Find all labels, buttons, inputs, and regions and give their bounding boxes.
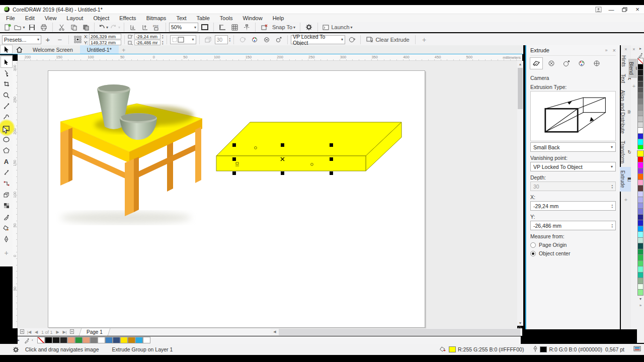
add-preset-button[interactable]: + bbox=[42, 35, 53, 45]
table-illustration[interactable] bbox=[50, 75, 216, 231]
extrude-color-tab-icon[interactable] bbox=[576, 58, 588, 69]
docker-y-input[interactable]: -26,486 mm ▴▾ bbox=[530, 221, 616, 230]
docpal-color-c8860a[interactable] bbox=[128, 337, 135, 343]
zoom-tool[interactable] bbox=[1, 89, 12, 101]
tab-welcome-screen[interactable]: Welcome Screen bbox=[26, 45, 80, 54]
launch-dropdown[interactable]: Launch▾ bbox=[321, 22, 354, 32]
extrude-color-icon[interactable] bbox=[249, 35, 260, 45]
options-gear-icon[interactable] bbox=[303, 22, 314, 32]
redo-button[interactable]: ▾ bbox=[110, 22, 121, 32]
docker-close-icon[interactable]: × bbox=[613, 47, 616, 53]
add-page-before-button[interactable] bbox=[19, 329, 25, 335]
vertical-ruler[interactable]: 30025020015010050050 bbox=[13, 61, 18, 328]
extrude-lighting-icon[interactable] bbox=[273, 35, 284, 45]
docpal-color-none[interactable] bbox=[37, 337, 45, 343]
docpal-color-ffffff[interactable] bbox=[98, 337, 105, 343]
next-page-button[interactable]: ▶ bbox=[55, 330, 61, 334]
freehand-tool[interactable] bbox=[1, 101, 12, 112]
vp-x-input[interactable]: -29,24 mm bbox=[134, 34, 160, 39]
object-position-grid-icon[interactable] bbox=[72, 35, 83, 45]
publish-pdf-button[interactable]: PDF bbox=[151, 22, 163, 32]
display-settings-icon[interactable] bbox=[633, 346, 641, 353]
pick-tool-corner[interactable] bbox=[0, 45, 13, 54]
vp-y-input[interactable]: -26,486 mr bbox=[134, 40, 160, 45]
docpal-color-141414[interactable] bbox=[52, 337, 60, 343]
export-button[interactable] bbox=[139, 22, 150, 32]
docker-tab-transform[interactable]: ↻ Transform bbox=[620, 137, 631, 167]
scroll-up-arrow[interactable]: ▲ bbox=[517, 61, 523, 67]
print-button[interactable] bbox=[38, 22, 49, 32]
menu-window[interactable]: Window bbox=[238, 14, 268, 22]
docpal-color-232323[interactable] bbox=[60, 337, 67, 343]
extrude-tool[interactable] bbox=[1, 189, 12, 200]
smart-fill-tool[interactable] bbox=[1, 233, 12, 244]
parallel-dimension-tool[interactable] bbox=[1, 167, 12, 178]
extruded-object[interactable] bbox=[214, 118, 410, 181]
docpal-color-29abe2[interactable] bbox=[135, 337, 143, 343]
last-page-button[interactable]: ▶| bbox=[62, 330, 68, 334]
docker-tab-align-distribute[interactable]: ⊪ Align and Distribute bbox=[620, 86, 632, 137]
rectangle-tool[interactable] bbox=[1, 123, 12, 134]
show-grid-button[interactable] bbox=[229, 22, 240, 32]
radio-object-center[interactable]: Object center bbox=[530, 250, 616, 256]
menu-edit[interactable]: Edit bbox=[20, 14, 40, 22]
add-tools-button[interactable]: + bbox=[1, 247, 12, 258]
new-document-button[interactable] bbox=[2, 22, 13, 32]
extrude-bevel-icon[interactable] bbox=[261, 35, 272, 45]
depth-spinner[interactable]: ▴▾ bbox=[229, 37, 231, 42]
docpal-color-344f7e[interactable] bbox=[113, 337, 120, 343]
copy-vp-icon[interactable] bbox=[346, 35, 357, 45]
extrude-rotation-tab-icon[interactable] bbox=[545, 58, 557, 69]
open-button[interactable]: ▾ bbox=[14, 22, 25, 32]
text-tool[interactable]: A bbox=[1, 156, 12, 167]
docpal-eyedropper-icon[interactable] bbox=[24, 337, 31, 343]
prev-page-button[interactable]: ◀ bbox=[33, 330, 39, 334]
docpal-flyout-arrow[interactable]: ▸ bbox=[18, 337, 24, 343]
extrusion-preset-dropdown[interactable]: Small Back ▾ bbox=[530, 142, 616, 152]
new-tab-button[interactable]: + bbox=[119, 47, 129, 54]
menu-bitmaps[interactable]: Bitmaps bbox=[141, 14, 172, 22]
extrusion-type-preview[interactable] bbox=[530, 91, 616, 141]
status-gear-icon[interactable] bbox=[10, 344, 21, 354]
ellipse-tool[interactable] bbox=[1, 134, 12, 145]
docpal-color-28963d[interactable] bbox=[75, 337, 83, 343]
transparency-tool[interactable] bbox=[1, 200, 12, 211]
docpal-color-ffe600[interactable] bbox=[120, 337, 128, 343]
menu-view[interactable]: View bbox=[40, 14, 62, 22]
docpal-color-e89e79[interactable] bbox=[67, 337, 75, 343]
clear-extrude-button[interactable]: Clear Extrude bbox=[364, 35, 412, 45]
undo-button[interactable]: ▾ bbox=[98, 22, 109, 32]
menu-help[interactable]: Help bbox=[268, 14, 289, 22]
show-guidelines-button[interactable] bbox=[241, 22, 252, 32]
palette-flyout-arrow[interactable]: ▸ bbox=[639, 45, 641, 52]
tab-untitled-1[interactable]: Untitled-1* bbox=[80, 45, 119, 54]
crop-tool[interactable] bbox=[1, 78, 12, 89]
docpal-color-7f7f7f[interactable] bbox=[90, 337, 98, 343]
welcome-home-icon[interactable] bbox=[13, 45, 26, 54]
polygon-tool[interactable] bbox=[1, 145, 12, 156]
import-button[interactable] bbox=[127, 22, 138, 32]
palette-scroll-down[interactable]: ▾ bbox=[639, 296, 641, 302]
object-x-input[interactable]: 206,329 mm bbox=[89, 34, 121, 39]
menu-tools[interactable]: Tools bbox=[215, 14, 238, 22]
docker-tab-extrude[interactable]: ⬒ Extrude bbox=[620, 167, 632, 191]
restore-button[interactable] bbox=[618, 5, 631, 14]
fill-color-swatch[interactable] bbox=[449, 346, 456, 352]
zoom-level-combo[interactable]: 50% ▾ bbox=[169, 23, 198, 32]
page-1-tab[interactable]: Page 1 bbox=[78, 328, 110, 336]
extrude-rotation-icon[interactable] bbox=[237, 35, 248, 45]
add-docker-button[interactable]: + bbox=[624, 197, 627, 203]
add-page-after-button[interactable] bbox=[69, 329, 75, 335]
close-button[interactable]: × bbox=[631, 5, 644, 14]
blend-close-icon[interactable]: × bbox=[632, 47, 635, 52]
extrude-bevel-tab-icon[interactable] bbox=[591, 58, 603, 69]
first-page-button[interactable]: |◀ bbox=[26, 330, 32, 334]
snap-off-icon[interactable] bbox=[259, 22, 270, 32]
horizontal-ruler[interactable]: millimeters 2001501005005010015020025030… bbox=[18, 54, 522, 61]
docpal-color-e89e79[interactable] bbox=[83, 337, 90, 343]
save-button[interactable] bbox=[26, 22, 37, 32]
presets-dropdown[interactable]: Presets... ▾ bbox=[2, 35, 41, 44]
menu-effects[interactable]: Effects bbox=[114, 14, 141, 22]
palette-color-90ee90[interactable] bbox=[637, 289, 643, 296]
menu-object[interactable]: Object bbox=[88, 14, 114, 22]
